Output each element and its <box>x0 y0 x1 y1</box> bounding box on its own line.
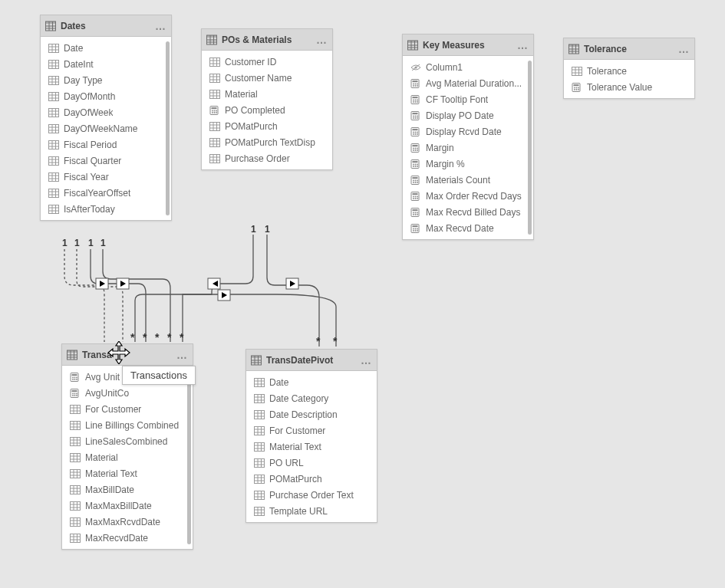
field-key-5[interactable]: Margin <box>403 140 533 156</box>
field-trans-5[interactable]: Material <box>62 449 193 465</box>
field-pivot-0[interactable]: Date <box>246 374 377 390</box>
field-pos-6[interactable]: Purchase Order <box>202 150 332 166</box>
more-options-icon[interactable]: … <box>155 20 166 32</box>
more-options-icon[interactable]: … <box>517 39 529 51</box>
svg-rect-77 <box>210 57 220 66</box>
field-key-2[interactable]: CF Tooltip Font <box>403 91 533 107</box>
table-header[interactable]: TransDatePivot… <box>246 350 377 371</box>
scrollbar[interactable] <box>166 41 170 215</box>
svg-rect-51 <box>49 156 59 165</box>
field-key-9[interactable]: Max Recvd Billed Days <box>403 204 533 220</box>
scrollbar[interactable] <box>187 370 191 544</box>
field-dates-4[interactable]: DayOfWeek <box>41 104 171 120</box>
table-header[interactable]: Dates… <box>41 15 171 37</box>
field-label: For Customer <box>269 425 325 436</box>
svg-point-136 <box>413 101 414 103</box>
more-options-icon[interactable]: … <box>361 354 372 366</box>
table-header[interactable]: Transa… <box>62 344 193 366</box>
svg-point-128 <box>413 85 414 87</box>
field-trans-8[interactable]: MaxMaxBillDate <box>62 498 193 514</box>
table-header[interactable]: POs & Materials… <box>202 29 332 51</box>
field-pos-3[interactable]: PO Completed <box>202 102 332 118</box>
field-pos-2[interactable]: Material <box>202 86 332 102</box>
field-key-3[interactable]: Display PO Date <box>403 107 533 123</box>
field-pivot-8[interactable]: Template URL <box>246 503 377 519</box>
field-pos-0[interactable]: Customer ID <box>202 54 332 70</box>
field-key-1[interactable]: Avg Material Duration... <box>403 75 533 91</box>
field-pivot-1[interactable]: Date Category <box>246 390 377 406</box>
field-key-6[interactable]: Margin % <box>403 156 533 172</box>
svg-point-168 <box>413 166 414 167</box>
field-label: POMatPurch <box>225 121 278 132</box>
calculator-icon <box>209 106 220 115</box>
svg-point-142 <box>415 115 417 117</box>
field-tol-0[interactable]: Tolerance <box>564 63 694 79</box>
field-dates-0[interactable]: Date <box>41 40 171 56</box>
svg-point-138 <box>417 101 418 103</box>
table-pos-materials[interactable]: POs & Materials…Customer IDCustomer Name… <box>201 28 333 170</box>
calculator-icon <box>410 95 421 104</box>
svg-rect-100 <box>210 122 220 130</box>
table-key-measures[interactable]: Key Measures…Column1Avg Material Duratio… <box>402 34 534 240</box>
field-dates-5[interactable]: DayOfWeekName <box>41 120 171 136</box>
field-trans-6[interactable]: Material Text <box>62 465 193 481</box>
column-icon <box>254 394 265 403</box>
field-trans-7[interactable]: MaxBillDate <box>62 481 193 498</box>
table-dates[interactable]: Dates…DateDateIntDay TypeDayOfMonthDayOf… <box>40 15 172 221</box>
field-dates-6[interactable]: Fiscal Period <box>41 136 171 153</box>
field-trans-9[interactable]: MaxMaxRcvdDate <box>62 514 193 530</box>
column-icon <box>70 453 81 462</box>
svg-rect-335 <box>255 507 265 515</box>
field-pivot-4[interactable]: Material Text <box>246 439 377 455</box>
field-pivot-7[interactable]: Purchase Order Text <box>246 487 377 503</box>
svg-point-201 <box>415 230 417 232</box>
field-trans-1[interactable]: AvgUnitCo <box>62 385 193 401</box>
field-trans-2[interactable]: For Customer <box>62 401 193 417</box>
calculator-icon <box>410 176 421 185</box>
field-pos-4[interactable]: POMatPurch <box>202 118 332 134</box>
field-key-10[interactable]: Max Recvd Date <box>403 220 533 236</box>
more-options-icon[interactable]: … <box>176 349 188 361</box>
more-options-icon[interactable]: … <box>678 43 690 55</box>
cardinality-label: * <box>143 331 147 343</box>
field-pivot-2[interactable]: Date Description <box>246 406 377 422</box>
column-icon <box>70 405 81 414</box>
field-key-8[interactable]: Max Order Recvd Days <box>403 188 533 204</box>
field-pos-5[interactable]: POMatPurch TextDisp <box>202 134 332 150</box>
field-dates-7[interactable]: Fiscal Quarter <box>41 153 171 169</box>
svg-point-161 <box>415 149 417 151</box>
field-key-0[interactable]: Column1 <box>403 59 533 75</box>
table-transdatepivot[interactable]: TransDatePivot…DateDate CategoryDate Des… <box>246 349 377 523</box>
field-trans-4[interactable]: LineSalesCombined <box>62 433 193 449</box>
hidden-icon <box>410 63 421 72</box>
field-dates-10[interactable]: IsAfterToday <box>41 201 171 217</box>
column-icon <box>48 60 59 69</box>
cardinality-label: 1 <box>101 238 106 248</box>
field-key-4[interactable]: Display Rcvd Date <box>403 123 533 140</box>
scrollbar[interactable] <box>528 61 532 235</box>
field-dates-3[interactable]: DayOfMonth <box>41 88 171 104</box>
field-trans-10[interactable]: MaxRecvdDate <box>62 530 193 546</box>
column-icon <box>48 76 59 85</box>
svg-point-95 <box>214 110 216 111</box>
field-dates-2[interactable]: Day Type <box>41 72 171 88</box>
field-label: Display Rcvd Date <box>426 126 502 137</box>
field-pos-1[interactable]: Customer Name <box>202 70 332 86</box>
field-dates-8[interactable]: Fiscal Year <box>41 169 171 185</box>
svg-marker-1 <box>100 281 105 287</box>
table-header[interactable]: Key Measures… <box>403 34 533 56</box>
field-dates-1[interactable]: DateInt <box>41 56 171 72</box>
table-header[interactable]: Tolerance… <box>564 38 694 60</box>
svg-point-197 <box>413 228 414 229</box>
column-icon <box>48 205 59 214</box>
table-tolerance[interactable]: Tolerance…ToleranceTolerance Value <box>563 38 695 99</box>
column-icon <box>254 475 265 484</box>
field-tol-1[interactable]: Tolerance Value <box>564 79 694 95</box>
more-options-icon[interactable]: … <box>316 34 328 46</box>
field-dates-9[interactable]: FiscalYearOffset <box>41 185 171 201</box>
field-pivot-5[interactable]: PO URL <box>246 455 377 471</box>
field-pivot-3[interactable]: For Customer <box>246 422 377 439</box>
field-key-7[interactable]: Materials Count <box>403 172 533 188</box>
field-pivot-6[interactable]: POMatPurch <box>246 471 377 487</box>
field-trans-3[interactable]: Line Billings Combined <box>62 417 193 433</box>
